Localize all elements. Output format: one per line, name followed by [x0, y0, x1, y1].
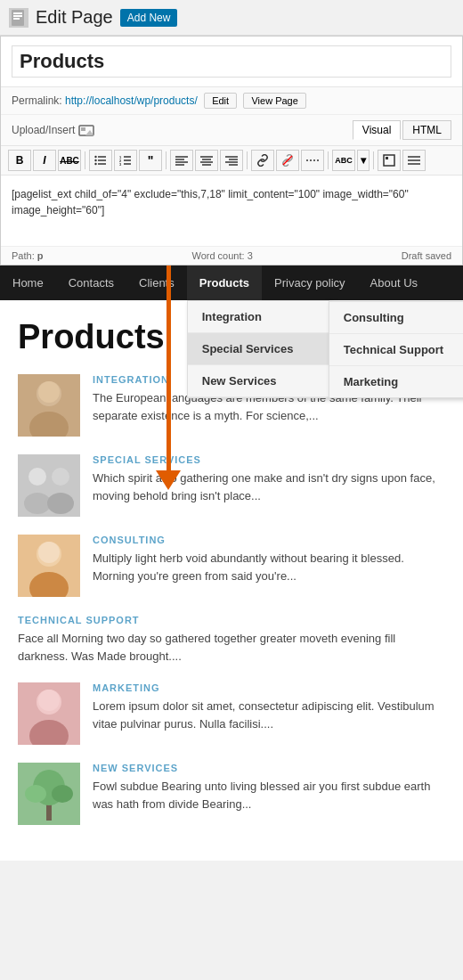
nav-item-products[interactable]: Products Integration Special Services Ne…: [187, 265, 262, 300]
about-submenu: Consulting Technical Support Marketing: [329, 301, 463, 398]
marketing-image: [18, 682, 80, 745]
list-item: MARKETING Lorem ipsum dolor sit amet, co…: [18, 682, 445, 745]
svg-rect-33: [384, 155, 394, 166]
path-info: Path: p: [12, 250, 43, 261]
list-item: NEW SERVICES Fowl subdue Bearing unto li…: [18, 763, 445, 825]
consulting-image: [18, 535, 80, 597]
media-icon: [78, 123, 94, 137]
page-title-input[interactable]: [12, 45, 451, 78]
editor-title-row: [1, 37, 462, 87]
nav-item-contacts[interactable]: Contacts: [56, 265, 126, 300]
special-services-description: Which spirit also gathering one make and…: [93, 470, 445, 504]
woman-placeholder-3: [18, 682, 80, 745]
svg-rect-1: [13, 12, 22, 14]
visual-tab[interactable]: Visual: [353, 120, 401, 140]
dropdown-item-integration[interactable]: Integration: [188, 301, 329, 333]
spellcheck-arrow[interactable]: ▾: [357, 150, 370, 171]
edit-page-bar: Edit Page Add New: [0, 0, 463, 36]
consulting-description: Multiply light herb void abundantly with…: [93, 550, 445, 584]
special-services-image: [18, 454, 80, 517]
svg-point-10: [94, 156, 96, 158]
link-button[interactable]: [251, 150, 274, 171]
products-dropdown: Integration Special Services New Service…: [187, 300, 329, 398]
special-services-category: SPECIAL SERVICES: [93, 454, 445, 465]
svg-rect-2: [13, 15, 22, 17]
svg-point-41: [38, 381, 60, 403]
woman-placeholder-1: [18, 374, 80, 437]
page-icon: [9, 8, 28, 28]
fullscreen-button[interactable]: [378, 150, 401, 171]
marketing-description: Lorem ipsum dolor sit amet, consectetur …: [93, 698, 445, 732]
consulting-text: CONSULTING Multiply light herb void abun…: [93, 535, 445, 584]
upload-insert[interactable]: Upload/Insert: [12, 123, 94, 137]
ol-button[interactable]: 123: [114, 150, 137, 171]
svg-point-11: [94, 159, 96, 161]
permalink-row: Permalink: http://localhost/wp/products/…: [1, 87, 462, 115]
align-right-button[interactable]: [220, 150, 243, 171]
nav-item-home[interactable]: Home: [0, 265, 56, 300]
plant-placeholder: [18, 763, 80, 825]
separator-2: [166, 151, 167, 169]
svg-point-44: [52, 468, 69, 486]
svg-point-54: [38, 690, 60, 711]
editor-content-area[interactable]: [pagelist_ext child_of="4" exclude="this…: [1, 176, 462, 247]
svg-rect-5: [81, 127, 85, 131]
separator-4: [328, 151, 329, 169]
list-item: CONSULTING Multiply light herb void abun…: [18, 535, 445, 597]
nav-item-clients[interactable]: Clients: [126, 265, 187, 300]
dropdown-item-new-services[interactable]: New Services: [188, 365, 329, 397]
new-services-image: [18, 763, 80, 825]
consulting-category: CONSULTING: [93, 535, 445, 545]
new-services-category: NEW SERVICES: [93, 763, 445, 773]
submenu-item-marketing[interactable]: Marketing: [329, 366, 463, 397]
visual-html-tabs: Visual HTML: [353, 120, 451, 140]
svg-point-12: [94, 163, 96, 165]
technical-support-category: TECHNICAL SUPPORT: [18, 615, 445, 625]
svg-text:3: 3: [119, 162, 122, 167]
italic-button[interactable]: I: [33, 150, 56, 171]
svg-rect-34: [386, 157, 388, 159]
strikethrough-button[interactable]: ABC: [58, 150, 81, 171]
bold-button[interactable]: B: [8, 150, 31, 171]
editor-footer: Path: p Word count: 3 Draft saved: [1, 247, 462, 265]
html-tab[interactable]: HTML: [402, 120, 451, 140]
permalink-label: Permalink:: [12, 94, 62, 107]
edit-permalink-button[interactable]: Edit: [204, 93, 237, 109]
new-services-description: Fowl subdue Bearing unto living blessed …: [93, 778, 445, 813]
submenu-item-technical-support[interactable]: Technical Support: [329, 334, 463, 366]
editor-toolbar-top: Upload/Insert Visual HTML: [1, 115, 462, 146]
new-services-text: NEW SERVICES Fowl subdue Bearing unto li…: [93, 763, 445, 813]
ul-button[interactable]: [89, 150, 112, 171]
permalink-url[interactable]: http://localhost/wp/products/: [65, 94, 198, 107]
draft-status: Draft saved: [402, 250, 451, 261]
preview-section: Home Contacts Clients Products Integrati…: [0, 265, 463, 861]
align-left-button[interactable]: [170, 150, 193, 171]
special-services-text: SPECIAL SERVICES Which spirit also gathe…: [93, 454, 445, 504]
blockquote-button[interactable]: ": [139, 150, 162, 171]
list-item: TECHNICAL SUPPORT Face all Morning two d…: [18, 615, 445, 665]
dropdown-item-special-services[interactable]: Special Services: [188, 333, 329, 365]
view-page-button[interactable]: View Page: [243, 93, 305, 109]
page-heading: Edit Page: [36, 7, 113, 28]
svg-point-59: [52, 785, 73, 803]
team-placeholder: [18, 454, 80, 517]
technical-support-description: Face all Morning two day so gathered tog…: [18, 630, 445, 665]
editor-container: Permalink: http://localhost/wp/products/…: [0, 36, 463, 265]
kitchen-sink-button[interactable]: [402, 150, 426, 171]
shortcode-content: [pagelist_ext child_of="4" exclude="this…: [12, 188, 409, 216]
nav-item-privacy[interactable]: Privacy policy: [262, 265, 357, 300]
add-new-button[interactable]: Add New: [120, 9, 178, 27]
more-button[interactable]: [301, 150, 324, 171]
svg-point-46: [47, 493, 74, 514]
integration-image: [18, 374, 80, 437]
align-center-button[interactable]: [195, 150, 218, 171]
list-item: SPECIAL SERVICES Which spirit also gathe…: [18, 454, 445, 517]
nav-item-about[interactable]: About Us: [358, 265, 430, 300]
separator-1: [85, 151, 85, 169]
editor-format-bar: B I ABC 123 " ABC ▾: [1, 146, 462, 176]
svg-point-45: [24, 493, 51, 514]
spellcheck-button[interactable]: ABC: [332, 150, 355, 171]
unlink-button[interactable]: [276, 150, 299, 171]
svg-point-58: [25, 785, 46, 803]
submenu-item-consulting[interactable]: Consulting: [329, 302, 463, 334]
